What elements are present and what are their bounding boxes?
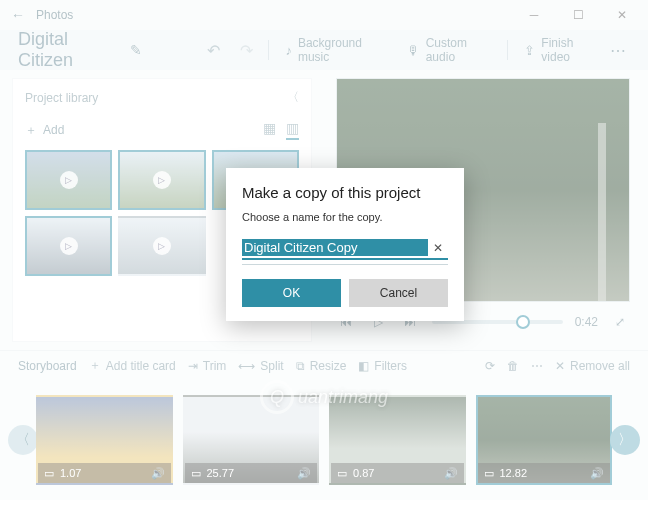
clip-duration: 0.87 bbox=[353, 467, 374, 479]
library-thumb[interactable]: ▷ bbox=[118, 150, 205, 210]
storyboard-clip[interactable]: ▭25.77🔊 bbox=[183, 395, 320, 485]
view-small-icon[interactable]: ▥ bbox=[286, 120, 299, 140]
resize-icon: ⧉ bbox=[296, 359, 305, 373]
storyboard-title: Storyboard bbox=[18, 359, 77, 373]
back-button[interactable]: ← bbox=[4, 7, 32, 23]
dialog-subtitle: Choose a name for the copy. bbox=[242, 211, 448, 223]
sound-icon: 🔊 bbox=[444, 467, 458, 480]
storyboard-toolbar: Storyboard ＋Add title card ⇥Trim ⟷Split … bbox=[0, 350, 648, 380]
background-music-button[interactable]: ♪ Background music bbox=[275, 36, 396, 64]
filters-icon: ◧ bbox=[358, 359, 369, 373]
view-large-icon[interactable]: ▦ bbox=[263, 120, 276, 140]
dialog-title: Make a copy of this project bbox=[242, 184, 448, 201]
copy-name-input[interactable] bbox=[242, 239, 428, 256]
remove-all-button[interactable]: ✕Remove all bbox=[555, 359, 630, 373]
add-label: Add bbox=[43, 123, 64, 137]
close-button[interactable]: ✕ bbox=[600, 0, 644, 30]
custom-audio-button[interactable]: 🎙 Custom audio bbox=[397, 36, 502, 64]
redo-button[interactable]: ↷ bbox=[230, 41, 263, 60]
resize-button[interactable]: ⧉Resize bbox=[296, 359, 347, 373]
background-music-label: Background music bbox=[298, 36, 387, 64]
plus-icon: ＋ bbox=[25, 122, 37, 139]
edit-title-icon[interactable]: ✎ bbox=[130, 42, 142, 58]
collapse-library-icon[interactable]: 〈 bbox=[287, 89, 299, 106]
clip-duration: 25.77 bbox=[207, 467, 235, 479]
maximize-button[interactable]: ☐ bbox=[556, 0, 600, 30]
titlebar: ← Photos ─ ☐ ✕ bbox=[0, 0, 648, 30]
music-icon: ♪ bbox=[285, 43, 292, 58]
finish-video-button[interactable]: ⇪ Finish video bbox=[514, 36, 608, 64]
delete-clip-button[interactable]: 🗑 bbox=[507, 359, 519, 373]
seek-knob[interactable] bbox=[516, 315, 530, 329]
storyboard-strip: 〈 ▭1.07🔊 ▭25.77🔊 ▭0.87🔊 ▭12.82🔊 〉 bbox=[0, 380, 648, 500]
clear-input-icon[interactable]: ✕ bbox=[428, 241, 448, 255]
sound-icon: 🔊 bbox=[151, 467, 165, 480]
sound-icon: 🔊 bbox=[590, 467, 604, 480]
add-title-card-button[interactable]: ＋Add title card bbox=[89, 357, 176, 374]
filters-button[interactable]: ◧Filters bbox=[358, 359, 407, 373]
custom-audio-label: Custom audio bbox=[426, 36, 492, 64]
cancel-button[interactable]: Cancel bbox=[349, 279, 448, 307]
play-icon: ▷ bbox=[60, 171, 78, 189]
clip-duration: 1.07 bbox=[60, 467, 81, 479]
play-icon: ▷ bbox=[153, 237, 171, 255]
aspect-icon: ▭ bbox=[484, 467, 494, 480]
library-thumb[interactable]: ▷ bbox=[118, 216, 205, 276]
sound-icon: 🔊 bbox=[297, 467, 311, 480]
export-icon: ⇪ bbox=[524, 43, 535, 58]
trim-icon: ⇥ bbox=[188, 359, 198, 373]
copy-project-dialog: Make a copy of this project Choose a nam… bbox=[226, 168, 464, 321]
library-thumb[interactable]: ▷ bbox=[25, 216, 112, 276]
finish-video-label: Finish video bbox=[541, 36, 598, 64]
add-media-button[interactable]: ＋ Add bbox=[25, 122, 64, 139]
rotate-button[interactable]: ⟳ bbox=[485, 359, 495, 373]
undo-button[interactable]: ↶ bbox=[197, 41, 230, 60]
more-button[interactable]: ⋯ bbox=[608, 41, 630, 60]
split-button[interactable]: ⟷Split bbox=[238, 359, 283, 373]
play-icon: ▷ bbox=[60, 237, 78, 255]
ok-button[interactable]: OK bbox=[242, 279, 341, 307]
strip-prev-button[interactable]: 〈 bbox=[8, 425, 38, 455]
library-thumb[interactable]: ▷ bbox=[25, 150, 112, 210]
close-icon: ✕ bbox=[555, 359, 565, 373]
minimize-button[interactable]: ─ bbox=[512, 0, 556, 30]
header-toolbar: Digital Citizen ✎ ↶ ↷ ♪ Background music… bbox=[0, 30, 648, 70]
app-title: Photos bbox=[36, 8, 73, 22]
fullscreen-button[interactable]: ⤢ bbox=[610, 315, 630, 329]
play-icon: ▷ bbox=[153, 171, 171, 189]
split-icon: ⟷ bbox=[238, 359, 255, 373]
project-title: Digital Citizen bbox=[18, 29, 118, 71]
aspect-icon: ▭ bbox=[337, 467, 347, 480]
storyboard-more-button[interactable]: ⋯ bbox=[531, 359, 543, 373]
trim-button[interactable]: ⇥Trim bbox=[188, 359, 227, 373]
storyboard-clip[interactable]: ▭1.07🔊 bbox=[36, 395, 173, 485]
storyboard-clip[interactable]: ▭12.82🔊 bbox=[476, 395, 613, 485]
library-title: Project library bbox=[25, 91, 98, 105]
strip-next-button[interactable]: 〉 bbox=[610, 425, 640, 455]
clip-duration: 12.82 bbox=[500, 467, 528, 479]
storyboard-clip[interactable]: ▭0.87🔊 bbox=[329, 395, 466, 485]
aspect-icon: ▭ bbox=[191, 467, 201, 480]
plus-icon: ＋ bbox=[89, 357, 101, 374]
aspect-icon: ▭ bbox=[44, 467, 54, 480]
playback-time: 0:42 bbox=[575, 315, 598, 329]
audio-icon: 🎙 bbox=[407, 43, 420, 58]
